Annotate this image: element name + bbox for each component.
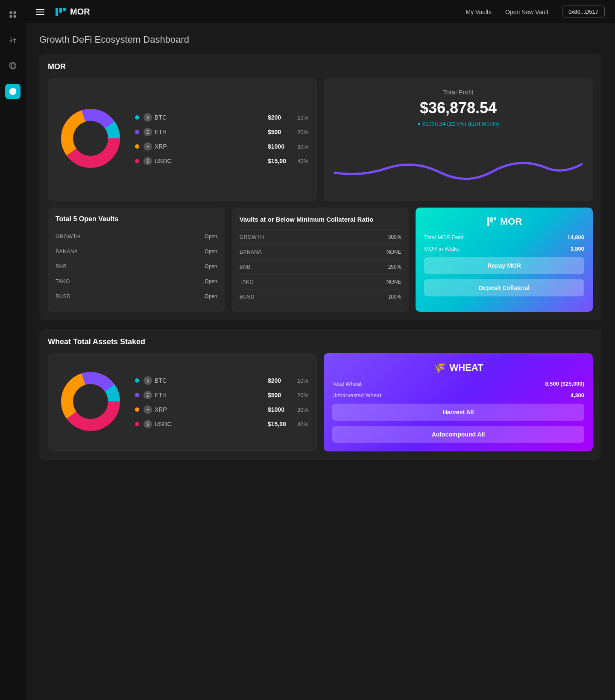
wheat-chart-area: ₿ BTC $200 10% Ξ ETH $50 bbox=[48, 353, 317, 451]
mor-card-logo: MOR bbox=[424, 216, 584, 227]
xrp-pct: 30% bbox=[293, 144, 308, 150]
profit-card: Total Profit $36,878.54 $1000.34 (12.5%)… bbox=[324, 78, 593, 201]
usdc-icon: $ bbox=[144, 157, 152, 165]
wheat-btc-label: BTC bbox=[155, 377, 167, 384]
vault-name-tako: TAKO bbox=[56, 278, 70, 284]
xrp-value: $1000 bbox=[268, 143, 289, 150]
main-content: MOR My Vaults Open New Vault 0x80...D517… bbox=[26, 0, 615, 700]
mor-chart-area: ₿ BTC $200 10% Ξ ETH $50 bbox=[48, 78, 317, 201]
xrp-icon: ✦ bbox=[144, 142, 152, 151]
collateral-title: Vaults at or Below Minimum Collateral Ra… bbox=[240, 215, 401, 224]
svg-rect-3 bbox=[14, 15, 16, 18]
wheat-icon: 🌾 bbox=[433, 362, 446, 374]
collateral-row-banana: BANANA NONE bbox=[240, 244, 401, 259]
nav-my-vaults[interactable]: My Vaults bbox=[466, 9, 492, 15]
svg-point-5 bbox=[12, 63, 15, 69]
btc-icon: ₿ bbox=[144, 113, 152, 122]
vault-status-banana: Open bbox=[205, 249, 217, 255]
usdc-value: $15,00 bbox=[268, 158, 289, 164]
vault-row-banana: BANANA Open bbox=[56, 244, 217, 259]
mor-stat-debt: Total MOR Debt 14,800 bbox=[424, 234, 584, 240]
topbar-nav: My Vaults Open New Vault 0x80...D517 bbox=[466, 6, 605, 18]
wheat-donut-chart bbox=[56, 367, 125, 437]
svg-rect-9 bbox=[63, 8, 66, 11]
logo: MOR bbox=[55, 6, 90, 18]
wheat-legend-usdc: $ USDC $15,00 40% bbox=[135, 420, 308, 428]
wheat-xrp-icon: ✦ bbox=[144, 405, 152, 414]
hamburger-menu[interactable] bbox=[36, 9, 44, 15]
svg-point-4 bbox=[10, 63, 16, 69]
vault-name-banana: BANANA bbox=[56, 249, 78, 255]
collateral-card: Vaults at or Below Minimum Collateral Ra… bbox=[232, 208, 409, 312]
mor-section: MOR bbox=[39, 54, 601, 320]
wheat-btc-dot bbox=[135, 378, 139, 383]
wallet-button[interactable]: 0x80...D517 bbox=[562, 6, 605, 18]
svg-rect-16 bbox=[490, 217, 492, 222]
wheat-legend-xrp: ✦ XRP $1000 30% bbox=[135, 405, 308, 414]
sidebar-item-swap[interactable] bbox=[5, 32, 20, 48]
wheat-usdc-dot bbox=[135, 422, 139, 426]
wheat-section-title: Wheat Total Assets Staked bbox=[48, 337, 593, 346]
vault-name-bnb: BNB bbox=[56, 264, 67, 269]
logo-text: MOR bbox=[70, 7, 90, 17]
sidebar-item-pool[interactable] bbox=[5, 58, 20, 73]
profit-sub: $1000.34 (12.5%) (Last Month) bbox=[417, 120, 499, 127]
wheat-legend-eth: Ξ ETH $500 20% bbox=[135, 391, 308, 399]
vault-status-growth: Open bbox=[205, 234, 217, 240]
wheat-eth-label: ETH bbox=[155, 392, 167, 398]
vault-row-busd: BUSD Open bbox=[56, 289, 217, 304]
vault-status-busd: Open bbox=[205, 293, 217, 299]
svg-rect-8 bbox=[59, 8, 62, 13]
wheat-usdc-label: USDC bbox=[155, 421, 172, 428]
btc-label: BTC bbox=[155, 114, 167, 121]
profit-sparkline bbox=[334, 137, 583, 190]
legend-item-usdc: $ USDC $15,00 40% bbox=[135, 157, 308, 165]
wheat-section: Wheat Total Assets Staked bbox=[39, 329, 601, 460]
profit-value: $36,878.54 bbox=[420, 99, 497, 117]
vault-row-bnb: BNB Open bbox=[56, 259, 217, 274]
wheat-stat-unharvested: Unharvested Wheat 4,300 bbox=[332, 392, 584, 398]
vault-name-growth: GROWTH bbox=[56, 234, 80, 240]
harvest-all-button[interactable]: Harvest All bbox=[332, 404, 584, 421]
mor-section-title: MOR bbox=[48, 62, 593, 71]
mor-stat-wallet: MOR in Wallet 3,800 bbox=[424, 246, 584, 252]
svg-rect-1 bbox=[14, 12, 16, 14]
collateral-row-tako: TAKO NONE bbox=[240, 274, 401, 289]
xrp-dot bbox=[135, 144, 139, 149]
topbar: MOR My Vaults Open New Vault 0x80...D517 bbox=[26, 0, 615, 24]
svg-rect-0 bbox=[10, 12, 12, 14]
mor-donut-chart bbox=[56, 104, 125, 174]
eth-dot bbox=[135, 130, 139, 134]
svg-rect-17 bbox=[494, 217, 496, 220]
legend-item-btc: ₿ BTC $200 10% bbox=[135, 113, 308, 122]
wheat-usdc-icon: $ bbox=[144, 420, 152, 428]
btc-dot bbox=[135, 115, 139, 120]
sidebar-item-grid[interactable] bbox=[5, 7, 20, 22]
vault-name-busd: BUSD bbox=[56, 293, 70, 299]
btc-value: $200 bbox=[268, 114, 289, 121]
wheat-xrp-dot bbox=[135, 407, 139, 412]
svg-point-6 bbox=[9, 88, 17, 95]
svg-rect-15 bbox=[487, 217, 489, 226]
svg-point-14 bbox=[78, 126, 103, 151]
usdc-pct: 40% bbox=[293, 158, 308, 164]
usdc-label: USDC bbox=[155, 158, 172, 164]
wheat-stat-total: Total Wheat 8,500 ($25,000) bbox=[332, 381, 584, 387]
autocompound-all-button[interactable]: Autocompound All bbox=[332, 426, 584, 443]
wheat-action-card: 🌾 WHEAT Total Wheat 8,500 ($25,000) Unha… bbox=[324, 353, 593, 451]
eth-value: $500 bbox=[268, 129, 289, 135]
collateral-row-bnb: BNB 250% bbox=[240, 259, 401, 274]
nav-open-vault[interactable]: Open New Vault bbox=[505, 9, 548, 15]
svg-point-22 bbox=[78, 389, 103, 414]
repay-mor-button[interactable]: Repay MOR bbox=[424, 257, 584, 274]
sidebar-item-dashboard[interactable] bbox=[5, 84, 20, 99]
wheat-btc-icon: ₿ bbox=[144, 376, 152, 385]
legend-item-eth: Ξ ETH $500 20% bbox=[135, 128, 308, 136]
mor-legend: ₿ BTC $200 10% Ξ ETH $50 bbox=[135, 113, 308, 165]
wheat-legend-btc: ₿ BTC $200 10% bbox=[135, 376, 308, 385]
deposit-collateral-button[interactable]: Deposit Collateral bbox=[424, 279, 584, 296]
eth-label: ETH bbox=[155, 129, 167, 135]
wheat-legend: ₿ BTC $200 10% Ξ ETH $50 bbox=[135, 376, 308, 428]
vault-status-bnb: Open bbox=[205, 264, 217, 269]
legend-item-xrp: ✦ XRP $1000 30% bbox=[135, 142, 308, 151]
